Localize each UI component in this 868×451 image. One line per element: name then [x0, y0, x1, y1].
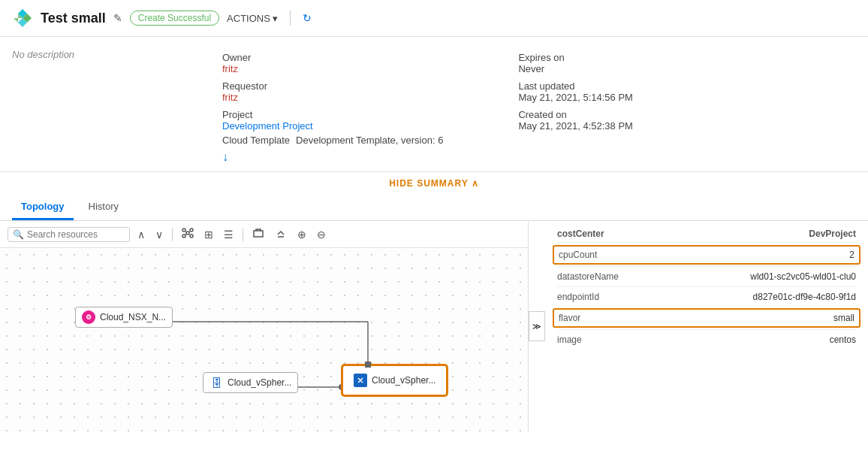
panel-collapse-button[interactable]: ≫ [529, 221, 545, 431]
list-view-button[interactable]: ☰ [221, 227, 237, 242]
node-vsphere2-label: Cloud_vSpher... [372, 375, 436, 386]
prop-name-datastorename: datastoreName [557, 271, 619, 282]
connection-lines [0, 248, 528, 427]
prop-value-flavor: small [833, 313, 854, 323]
right-panel-inner: costCenter DevProject cpuCount 2 datasto… [545, 221, 868, 357]
app-title: Test small [41, 11, 106, 26]
tab-history[interactable]: History [80, 195, 128, 220]
owner-value[interactable]: fritz [222, 63, 443, 74]
svg-point-8 [190, 235, 193, 238]
col2-header: DevProject [809, 229, 856, 239]
page-header: Test small ✎ Create Successful ACTIONS ▾… [0, 0, 868, 37]
header-divider [290, 11, 291, 26]
network-view-button[interactable] [179, 226, 197, 243]
project-label: Project [222, 109, 443, 120]
expires-label: Expires on [518, 52, 632, 63]
no-description: No description [12, 46, 222, 171]
fit-to-screen-button[interactable] [249, 226, 267, 243]
edit-icon[interactable]: ✎ [113, 12, 122, 24]
search-box[interactable]: 🔍 [8, 227, 130, 242]
prop-value-endpointid: d827e01c-df9e-4c80-9f1d [753, 292, 856, 302]
svg-line-12 [189, 234, 190, 235]
svg-point-7 [182, 235, 185, 238]
requestor-value[interactable]: fritz [222, 92, 443, 103]
prop-name-flavor: flavor [559, 313, 580, 323]
node-vsphere1-label: Cloud_vSpher... [228, 377, 291, 388]
svg-rect-13 [254, 231, 263, 237]
prop-name-cpucount: cpuCount [559, 250, 597, 260]
svg-point-4 [186, 232, 189, 235]
expand-down-button[interactable]: ∨ [152, 227, 166, 242]
prop-row-flavor: flavor small [553, 308, 860, 328]
created-label: Created on [518, 109, 632, 120]
connection-dot [365, 362, 371, 368]
node-vsphere1[interactable]: 🗄 Cloud_vSpher... [203, 372, 298, 393]
search-icon: 🔍 [13, 229, 24, 240]
owner-label: Owner [222, 52, 443, 63]
cloud-template-label: Cloud Template [222, 135, 290, 146]
collapse-button[interactable] [272, 226, 290, 243]
toolbar-divider-1 [172, 228, 173, 241]
summary-meta-col: Expires on Never Last updated May 21, 20… [518, 46, 632, 171]
vsphere-icon [354, 374, 367, 387]
download-icon[interactable]: ↓ [222, 150, 443, 164]
last-updated-label: Last updated [518, 80, 632, 92]
topology-canvas: ⚙ Cloud_NSX_N... 🗄 Cloud_vSpher... Cloud… [0, 248, 528, 427]
svg-point-6 [190, 229, 193, 232]
zoom-in-button[interactable]: ⊕ [294, 227, 309, 242]
expand-up-button[interactable]: ∧ [134, 227, 148, 242]
fit-icon [252, 227, 264, 239]
prop-row-datastorename: datastoreName wld01-sc2vc05-wld01-clu0 [557, 266, 856, 286]
search-input[interactable] [27, 229, 125, 240]
node-nsx-label: Cloud_NSX_N... [100, 312, 166, 322]
summary-details: Owner fritz Requestor fritz Project Deve… [222, 46, 856, 171]
grid-view-button[interactable]: ⊞ [201, 227, 216, 242]
props-header: costCenter DevProject [557, 229, 856, 244]
summary-left-col: Owner fritz Requestor fritz Project Deve… [222, 46, 443, 171]
project-value[interactable]: Development Project [222, 120, 443, 132]
col1-header: costCenter [557, 229, 604, 239]
prop-name-endpointid: endpointId [557, 292, 599, 302]
prop-name-image: image [557, 334, 582, 345]
prop-row-image: image centos [557, 329, 856, 350]
svg-line-9 [185, 232, 186, 233]
status-badge: Create Successful [130, 11, 219, 26]
app-logo [12, 8, 33, 29]
collapse-icon [275, 227, 287, 239]
last-updated-value: May 21, 2021, 5:14:56 PM [518, 92, 632, 103]
topology-panel: 🔍 ∧ ∨ ⊞ ☰ [0, 221, 529, 431]
prop-value-cpucount: 2 [849, 250, 854, 260]
cloud-template-row: Cloud Template Development Template, ver… [222, 135, 443, 146]
cloud-template-value: Development Template, version: 6 [296, 135, 443, 146]
summary-section: No description Owner fritz Requestor fri… [0, 37, 868, 172]
refresh-icon[interactable]: ↻ [303, 12, 312, 24]
prop-row-endpointid: endpointId d827e01c-df9e-4c80-9f1d [557, 286, 856, 307]
svg-line-11 [185, 234, 186, 235]
collapse-panel-btn[interactable]: ≫ [529, 311, 545, 341]
svg-point-5 [182, 229, 185, 232]
db-icon: 🗄 [209, 376, 223, 389]
actions-button[interactable]: ACTIONS ▾ [227, 13, 278, 24]
prop-row-cpucount: cpuCount 2 [553, 245, 860, 265]
created-value: May 21, 2021, 4:52:38 PM [518, 120, 632, 132]
node-nsx[interactable]: ⚙ Cloud_NSX_N... [75, 307, 173, 328]
node-vsphere2[interactable]: Cloud_vSpher... [342, 365, 448, 396]
main-area: 🔍 ∧ ∨ ⊞ ☰ [0, 221, 868, 431]
expires-value: Never [518, 63, 632, 74]
hide-summary-button[interactable]: HIDE SUMMARY ∧ [0, 172, 868, 195]
right-panel: costCenter DevProject cpuCount 2 datasto… [545, 221, 868, 431]
requestor-label: Requestor [222, 80, 443, 92]
toolbar-divider-2 [243, 228, 243, 241]
prop-value-image: centos [830, 334, 856, 345]
tab-topology[interactable]: Topology [12, 195, 74, 220]
svg-line-10 [189, 232, 190, 233]
zoom-out-button[interactable]: ⊖ [314, 227, 329, 242]
prop-value-datastorename: wld01-sc2vc05-wld01-clu0 [750, 271, 856, 282]
tab-bar: Topology History [0, 195, 868, 221]
topology-toolbar: 🔍 ∧ ∨ ⊞ ☰ [0, 221, 528, 248]
nsx-icon: ⚙ [82, 310, 95, 324]
network-icon [182, 227, 194, 239]
